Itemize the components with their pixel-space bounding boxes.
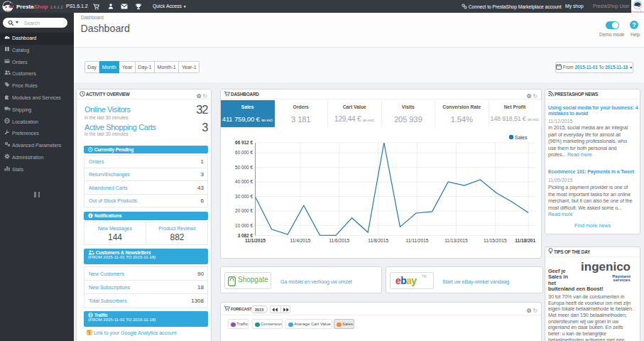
svg-text:11/4/2015: 11/4/2015 xyxy=(290,238,310,243)
svg-text:11/1/2015: 11/1/2015 xyxy=(245,238,266,243)
svg-text:11/11/2015: 11/11/2015 xyxy=(405,238,428,243)
svg-text:3 082 €: 3 082 € xyxy=(238,233,253,238)
svg-text:11/18/201: 11/18/201 xyxy=(515,238,535,243)
svg-text:11/15/2015: 11/15/2015 xyxy=(484,238,507,243)
svg-text:10 000 €: 10 000 € xyxy=(235,223,253,228)
svg-text:40 000 €: 40 000 € xyxy=(235,179,253,184)
svg-text:60 000 €: 60 000 € xyxy=(235,150,253,155)
svg-text:30 000 €: 30 000 € xyxy=(235,194,253,199)
svg-text:50 000 €: 50 000 € xyxy=(235,165,253,170)
svg-text:11/8/2015: 11/8/2015 xyxy=(368,238,388,243)
svg-text:20 000 €: 20 000 € xyxy=(235,208,253,213)
svg-text:Sales: Sales xyxy=(515,135,528,140)
svg-text:11/6/2015: 11/6/2015 xyxy=(329,238,349,243)
svg-text:11/13/2015: 11/13/2015 xyxy=(444,238,468,243)
svg-text:66 912 €: 66 912 € xyxy=(235,140,253,145)
